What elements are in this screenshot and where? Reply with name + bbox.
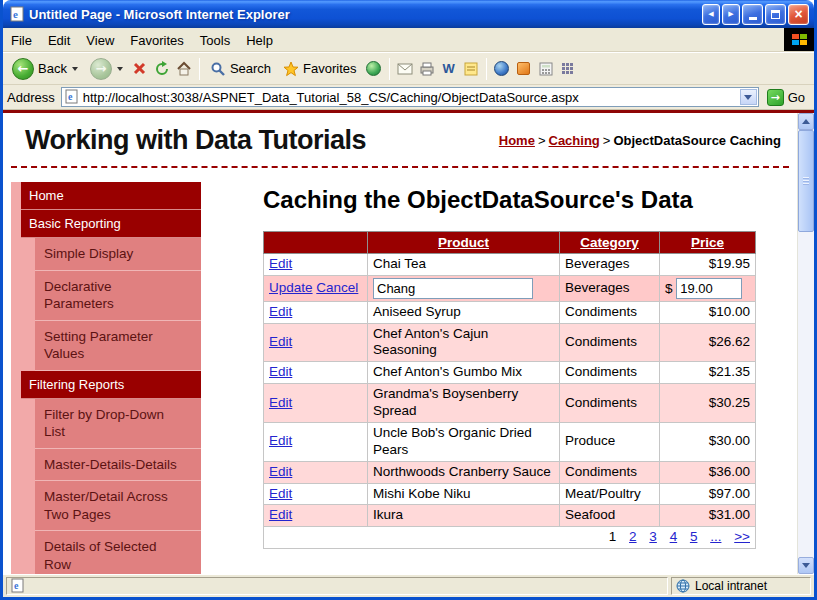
menu-view[interactable]: View bbox=[78, 28, 122, 51]
pager-next-link[interactable]: >> bbox=[734, 529, 750, 544]
favorites-star-icon bbox=[283, 61, 299, 77]
status-zone-pane: Local intranet bbox=[671, 577, 811, 595]
toolbar-separator bbox=[486, 58, 487, 80]
sidebar-item-filtering-reports[interactable]: Filtering Reports bbox=[21, 371, 201, 399]
svg-text:e: e bbox=[13, 8, 18, 20]
update-link[interactable]: Update bbox=[269, 280, 313, 295]
cancel-link[interactable]: Cancel bbox=[316, 280, 358, 295]
titlebar-right-arrow-button[interactable]: ▶ bbox=[722, 4, 740, 25]
scrollbar-track[interactable] bbox=[798, 130, 814, 557]
menu-tools[interactable]: Tools bbox=[192, 28, 238, 51]
home-button[interactable] bbox=[174, 58, 194, 80]
breadcrumb-separator: > bbox=[600, 133, 614, 148]
maximize-button[interactable] bbox=[765, 4, 786, 25]
mail-button[interactable] bbox=[395, 58, 415, 80]
price-edit-input[interactable] bbox=[676, 278, 742, 299]
sidebar-item-home[interactable]: Home bbox=[21, 182, 201, 210]
favorites-label: Favorites bbox=[303, 61, 356, 76]
favorites-button[interactable]: Favorites bbox=[278, 59, 361, 79]
sidebar-item-details-of-selected-row[interactable]: Details of Selected Row bbox=[35, 531, 201, 574]
breadcrumb-home-link[interactable]: Home bbox=[499, 133, 535, 148]
edit-link[interactable]: Edit bbox=[269, 433, 292, 448]
stop-button[interactable] bbox=[130, 58, 150, 80]
pager-ellipsis-link[interactable]: ... bbox=[710, 529, 721, 544]
pager-page-4-link[interactable]: 4 bbox=[670, 529, 678, 544]
menu-help[interactable]: Help bbox=[238, 28, 281, 51]
menu-edit[interactable]: Edit bbox=[40, 28, 78, 51]
edit-link[interactable]: Edit bbox=[269, 364, 292, 379]
sidebar-item-basic-reporting[interactable]: Basic Reporting bbox=[21, 210, 201, 238]
edit-link[interactable]: Edit bbox=[269, 256, 292, 271]
table-row: Edit Chef Anton's Gumbo Mix Condiments $… bbox=[264, 362, 756, 384]
vertical-scrollbar[interactable] bbox=[797, 113, 814, 574]
ie-page-icon[interactable]: e bbox=[9, 6, 25, 22]
edit-with-word-button[interactable]: W bbox=[439, 58, 459, 80]
pager-page-2-link[interactable]: 2 bbox=[629, 529, 637, 544]
sidebar-item-master-detail-across-two-pages[interactable]: Master/Detail Across Two Pages bbox=[35, 481, 201, 531]
sidebar-item-setting-parameter-values[interactable]: Setting Parameter Values bbox=[35, 321, 201, 371]
address-input[interactable] bbox=[83, 90, 736, 105]
menu-favorites[interactable]: Favorites bbox=[122, 28, 191, 51]
address-bar: Address e → Go bbox=[3, 85, 814, 110]
close-button[interactable]: × bbox=[788, 4, 809, 25]
toolbar: ← Back → bbox=[3, 52, 814, 85]
document-icon: e bbox=[11, 578, 25, 594]
price-cell: $30.25 bbox=[660, 384, 756, 423]
page-icon: e bbox=[65, 89, 79, 105]
sort-category-link[interactable]: Category bbox=[580, 235, 639, 250]
currency-prefix: $ bbox=[665, 281, 673, 296]
media-button[interactable] bbox=[364, 58, 384, 80]
research-icon bbox=[517, 62, 530, 75]
mail-icon bbox=[397, 63, 413, 75]
sidebar-item-filter-by-drop-down-list[interactable]: Filter by Drop-Down List bbox=[35, 399, 201, 449]
sidebar-item-simple-display[interactable]: Simple Display bbox=[35, 238, 201, 271]
edit-link[interactable]: Edit bbox=[269, 464, 292, 479]
table-row-editing: Update Cancel Beverages $ bbox=[264, 275, 756, 301]
product-edit-input[interactable] bbox=[373, 278, 533, 299]
menu-file[interactable]: File bbox=[3, 28, 40, 51]
pager-page-3-link[interactable]: 3 bbox=[649, 529, 657, 544]
sort-product-link[interactable]: Product bbox=[438, 235, 489, 250]
address-dropdown-button[interactable] bbox=[740, 89, 757, 105]
edit-link[interactable]: Edit bbox=[269, 507, 292, 522]
pager-page-5-link[interactable]: 5 bbox=[690, 529, 698, 544]
research-button[interactable] bbox=[514, 58, 534, 80]
back-button[interactable]: ← Back bbox=[7, 56, 83, 82]
edit-link[interactable]: Edit bbox=[269, 395, 292, 410]
edit-link[interactable]: Edit bbox=[269, 304, 292, 319]
scroll-up-button[interactable] bbox=[798, 113, 814, 130]
grid-header-product: Product bbox=[368, 231, 560, 253]
edit-link[interactable]: Edit bbox=[269, 334, 292, 349]
discuss-button[interactable] bbox=[461, 58, 481, 80]
sidebar-item-declarative-parameters[interactable]: Declarative Parameters bbox=[35, 271, 201, 321]
breadcrumb-caching-link[interactable]: Caching bbox=[549, 133, 600, 148]
edit-link[interactable]: Edit bbox=[269, 486, 292, 501]
toolbar-separator bbox=[389, 58, 390, 80]
pager: 1 2 3 4 5 ... >> bbox=[264, 527, 756, 549]
forward-button[interactable]: → bbox=[85, 56, 128, 82]
sidebar-item-master-details-details[interactable]: Master-Details-Details bbox=[35, 449, 201, 482]
print-button[interactable] bbox=[417, 58, 437, 80]
messenger-button[interactable] bbox=[492, 58, 512, 80]
sort-price-link[interactable]: Price bbox=[691, 235, 724, 250]
scroll-down-button[interactable] bbox=[798, 557, 814, 574]
grid-button[interactable] bbox=[558, 58, 578, 80]
globe-icon bbox=[676, 579, 690, 593]
search-button[interactable]: Search bbox=[205, 59, 276, 79]
product-cell: Aniseed Syrup bbox=[368, 301, 560, 323]
minimize-button[interactable] bbox=[742, 4, 763, 25]
refresh-button[interactable] bbox=[152, 58, 172, 80]
scrollbar-thumb[interactable] bbox=[798, 130, 814, 232]
status-pane-left: e bbox=[6, 577, 668, 595]
table-row: Edit Ikura Seafood $31.00 bbox=[264, 505, 756, 527]
product-cell: Chef Anton's Cajun Seasoning bbox=[368, 323, 560, 362]
calculator-button[interactable] bbox=[536, 58, 556, 80]
forward-dropdown-chevron-icon bbox=[117, 67, 123, 71]
category-cell: Meat/Poultry bbox=[560, 483, 660, 505]
grid-header-empty bbox=[264, 231, 368, 253]
toolbar-separator bbox=[199, 58, 200, 80]
go-button[interactable]: → Go bbox=[765, 88, 810, 107]
titlebar-left-arrow-button[interactable]: ◀ bbox=[702, 4, 720, 25]
product-cell: Ikura bbox=[368, 505, 560, 527]
refresh-icon bbox=[154, 61, 170, 77]
